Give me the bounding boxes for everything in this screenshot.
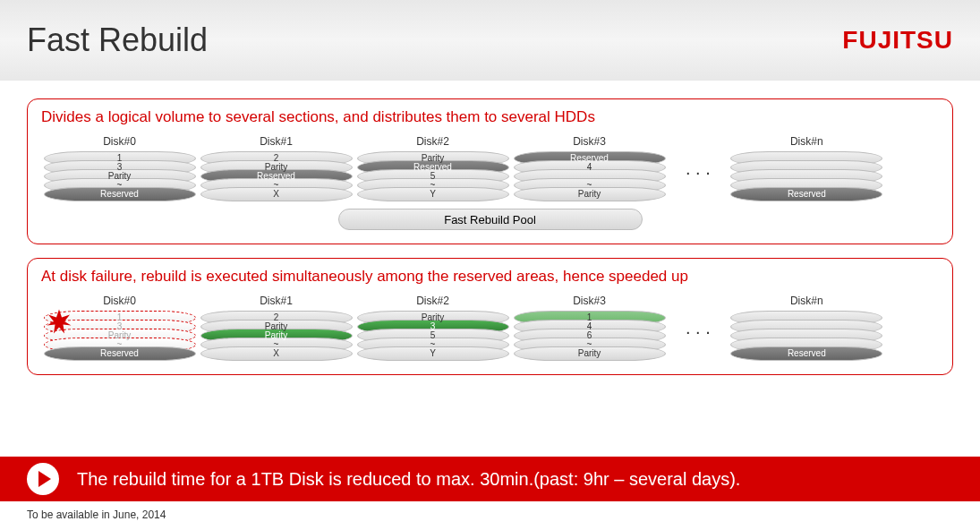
play-icon <box>27 463 59 495</box>
disk-layer: Reserved <box>44 346 196 361</box>
disk-layer-text: Y <box>430 190 436 199</box>
content: Divides a logical volume to several sect… <box>0 81 980 375</box>
disk-layer: Parity <box>514 346 666 361</box>
header: Fast Rebuild FUJITSU <box>0 0 980 81</box>
disk-label: Disk#1 <box>260 295 293 307</box>
section-title-2: At disk failure, rebuild is executed sim… <box>41 268 939 286</box>
disk-stack: Reserved <box>730 311 882 361</box>
disk-stack: Reserved <box>730 151 882 201</box>
fast-rebuild-pool: Fast Rebuild Pool <box>338 209 643 230</box>
disk-layer-text: Parity <box>578 190 601 199</box>
disk-layer: Y <box>357 187 509 201</box>
disk: Disk#2ParityReserved5~Y <box>354 135 511 201</box>
disk-label: Disk#1 <box>260 135 293 148</box>
footer-text: The rebuild time for a 1TB Disk is reduc… <box>77 469 740 490</box>
failure-burst-icon <box>46 308 72 335</box>
ellipsis: . . . <box>686 318 711 338</box>
disk: Disk#nReserved <box>729 135 885 201</box>
disk-layer-text: Reserved <box>100 349 139 358</box>
disk: Disk#3Reserved4~Parity <box>511 135 668 201</box>
disk-layer-text: Y <box>430 349 436 358</box>
disk-label: Disk#3 <box>573 295 606 307</box>
disk-layer: Reserved <box>730 187 882 201</box>
disk-stack: 2ParityParity~X <box>200 311 353 361</box>
footnote: To be available in June, 2014 <box>27 509 166 521</box>
disk-label: Disk#0 <box>103 295 136 307</box>
disk: Disk#013Parity~Reserved <box>41 135 198 201</box>
disk: Disk#12ParityParity~X <box>198 295 354 361</box>
disk-layer: Reserved <box>44 187 196 201</box>
disk-layer-text: Parity <box>578 349 601 358</box>
disk-label: Disk#n <box>790 295 823 307</box>
disk-stack: 146~Parity <box>514 311 666 361</box>
section-rebuild: At disk failure, rebuild is executed sim… <box>27 258 953 375</box>
disk-layer: X <box>200 346 353 361</box>
disk: Disk#2Parity35~Y <box>354 295 511 361</box>
disk-stack: Reserved4~Parity <box>514 151 666 201</box>
disk: Disk#013Parity~Reserved <box>41 295 198 361</box>
disk-stack: 13Parity~Reserved <box>44 151 196 201</box>
fujitsu-logo: FUJITSU <box>842 26 953 55</box>
footer-bar: The rebuild time for a 1TB Disk is reduc… <box>0 457 980 501</box>
disk-label: Disk#2 <box>416 135 449 148</box>
disks-row-1: Disk#013Parity~ReservedDisk#12ParityRese… <box>41 135 939 201</box>
disk: Disk#3146~Parity <box>511 295 668 361</box>
disk-stack: 2ParityReserved~X <box>200 151 353 201</box>
disk-label: Disk#3 <box>573 135 606 148</box>
page-title: Fast Rebuild <box>27 21 208 59</box>
disks-row-2: Disk#013Parity~ReservedDisk#12ParityPari… <box>41 295 939 361</box>
disk-stack: ParityReserved5~Y <box>357 151 509 201</box>
ellipsis: . . . <box>686 158 711 179</box>
disk: Disk#nReserved <box>729 295 885 361</box>
disk-layer-text: Reserved <box>100 190 139 199</box>
disk-label: Disk#n <box>790 135 823 148</box>
disk-label: Disk#0 <box>103 135 136 148</box>
svg-marker-0 <box>47 310 72 334</box>
disk-layer-text: Reserved <box>788 349 826 358</box>
disk-layer-text: Reserved <box>788 190 826 199</box>
disk-layer: Parity <box>514 187 666 201</box>
disk-layer-text: X <box>273 190 279 199</box>
disk: Disk#12ParityReserved~X <box>198 135 354 201</box>
section-distribute: Divides a logical volume to several sect… <box>27 98 953 244</box>
disk-layer: Reserved <box>730 346 882 361</box>
section-title-1: Divides a logical volume to several sect… <box>41 108 939 126</box>
disk-layer: Y <box>357 346 509 361</box>
disk-layer-text: X <box>273 349 279 358</box>
disk-layer-text: 4 <box>587 163 592 172</box>
disk-layer: X <box>200 187 353 201</box>
disk-label: Disk#2 <box>416 295 449 307</box>
disk-stack: Parity35~Y <box>357 311 509 361</box>
